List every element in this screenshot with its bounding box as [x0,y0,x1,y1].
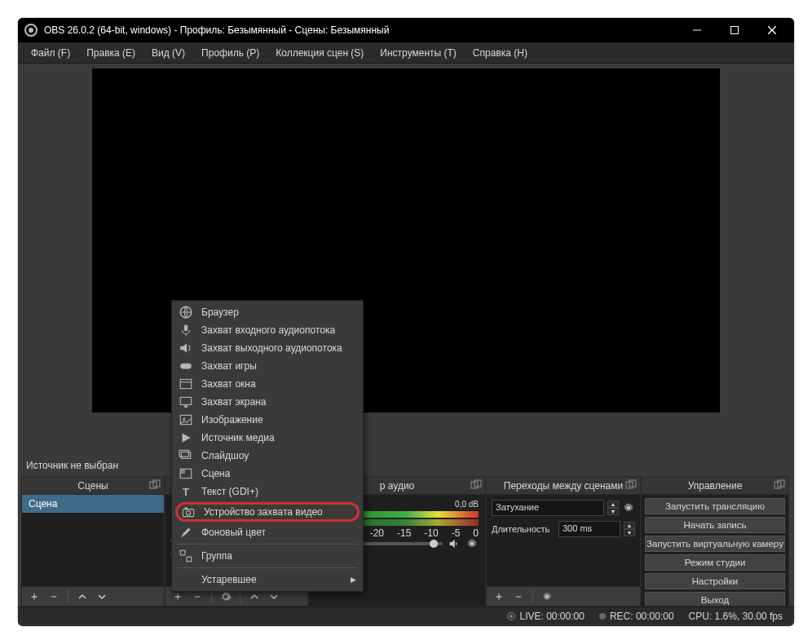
ctx-deprecated[interactable]: Устаревшее [172,571,363,589]
image-icon [179,413,193,426]
slideshow-icon [179,449,193,462]
camera-icon [181,505,196,518]
record-icon [599,613,606,620]
ctx-media-source[interactable]: Источник медиа [172,429,363,447]
window-title: OBS 26.0.2 (64-bit, windows) - Профиль: … [44,24,678,36]
transitions-body: Затухание ▲▼ Длительность 300 ms ▲▼ [487,495,640,586]
separator [68,590,68,603]
ctx-image[interactable]: Изображение [172,411,363,429]
statusbar: LIVE: 00:00:00 REC: 00:00:00 CPU: 1.6%, … [18,607,794,624]
monitor-icon [179,395,193,408]
app-window: OBS 26.0.2 (64-bit, windows) - Профиль: … [18,18,794,626]
menu-help[interactable]: Справка (H) [465,44,536,62]
titlebar: OBS 26.0.2 (64-bit, windows) - Профиль: … [18,18,794,42]
group-icon [179,549,193,562]
duration-spin[interactable]: ▲▼ [624,522,635,536]
settings-button[interactable]: Настройки [645,573,785,589]
ctx-audio-output[interactable]: Захват выходного аудиопотока [172,339,363,357]
panel-scenes-header: Сцены [22,477,164,495]
svg-point-31 [186,511,190,515]
svg-rect-32 [185,507,188,509]
close-button[interactable] [753,18,791,42]
popout-icon[interactable] [149,479,161,491]
panel-controls-title: Управление [688,480,743,492]
minimize-button[interactable] [678,18,716,42]
window-icon [179,377,193,390]
exit-button[interactable]: Выход [645,592,785,606]
popout-icon[interactable] [470,479,482,491]
menu-profile[interactable]: Профиль (P) [193,44,267,62]
duration-label: Длительность [492,524,555,534]
docks: Сцены Сцена ＋ － Источники ли зд [18,476,794,607]
transition-remove-button[interactable]: － [510,589,527,605]
popout-icon[interactable] [625,479,637,491]
transition-spin[interactable]: ▲▼ [607,501,619,515]
start-record-button[interactable]: Начать запись [645,517,785,533]
gear-icon[interactable] [466,537,479,550]
svg-rect-29 [180,469,185,474]
gear-icon[interactable] [622,501,635,514]
separator [177,544,358,545]
scenes-list[interactable]: Сцена [22,495,164,586]
transition-gear-button[interactable] [538,589,556,605]
speaker-icon[interactable] [448,537,461,550]
start-vcam-button[interactable]: Запустить виртуальную камеру [645,536,785,552]
ctx-video-capture[interactable]: Устройство захвата видео [175,502,360,522]
scene-item[interactable]: Сцена [22,495,164,513]
scene-remove-button[interactable]: － [45,589,63,605]
menu-edit[interactable]: Правка (E) [78,44,143,62]
scene-add-button[interactable]: ＋ [25,589,43,605]
ctx-window-capture[interactable]: Захват окна [172,375,363,393]
speaker-icon [179,342,193,355]
svg-rect-22 [180,397,192,404]
popout-icon[interactable] [774,479,785,491]
ctx-game-capture[interactable]: Захват игры [172,357,363,375]
obs-logo-icon [24,24,38,37]
panel-audio-title: р аудио [380,480,415,492]
audio-db-value: 0,0 dB [455,500,479,509]
ctx-audio-input[interactable]: Захват входного аудиопотока [172,321,363,339]
start-stream-button[interactable]: Запустить трансляцию [645,498,785,514]
svg-point-25 [183,418,185,421]
menu-view[interactable]: Вид (V) [143,44,193,62]
controls-body: Запустить трансляцию Начать запись Запус… [642,495,788,606]
scene-icon [179,467,193,480]
scene-down-button[interactable] [93,589,111,605]
ctx-display-capture[interactable]: Захват экрана [172,393,363,411]
gamepad-icon [179,359,193,373]
ctx-text[interactable]: TТекст (GDI+) [172,483,363,501]
maximize-button[interactable] [716,18,753,42]
text-icon: T [179,485,193,498]
menu-file[interactable]: Файл (F) [23,44,78,62]
live-status: LIVE: 00:00:00 [507,611,584,622]
menu-tools[interactable]: Инструменты (T) [372,44,464,62]
svg-rect-18 [184,324,188,331]
preview-area [18,64,794,455]
panel-transitions: Переходы между сценами Затухание ▲▼ Длит… [486,476,641,607]
brush-icon [179,526,193,539]
studio-mode-button[interactable]: Режим студии [645,554,785,571]
panel-scenes-title: Сцены [77,480,108,492]
transition-add-button[interactable]: ＋ [490,589,508,605]
panel-controls: Управление Запустить трансляцию Начать з… [641,476,789,607]
svg-rect-34 [187,557,192,562]
separator [532,590,533,603]
svg-rect-30 [183,509,194,517]
panel-scenes: Сцены Сцена ＋ － [21,476,165,607]
ctx-group[interactable]: Группа [172,547,363,565]
menu-scene-collection[interactable]: Коллекция сцен (S) [267,44,372,62]
ctx-color-source[interactable]: Фоновый цвет [172,523,363,541]
ctx-slideshow[interactable]: Слайдшоу [172,447,363,465]
duration-input[interactable]: 300 ms [558,521,620,537]
scene-up-button[interactable] [73,589,91,605]
panel-transitions-header: Переходы между сценами [487,477,640,495]
broadcast-icon [507,612,515,620]
play-icon [179,431,193,444]
svg-rect-33 [180,550,185,555]
mic-icon [179,324,193,337]
panel-controls-header: Управление [642,477,788,495]
ctx-scene[interactable]: Сцена [172,465,363,483]
transition-select[interactable]: Затухание [492,500,604,516]
ctx-browser[interactable]: Браузер [172,303,363,321]
cpu-status: CPU: 1.6%, 30.00 fps [689,611,783,622]
